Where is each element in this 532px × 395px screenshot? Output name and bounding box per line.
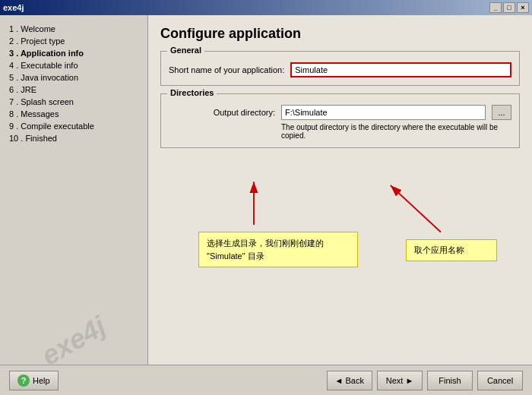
close-button[interactable]: ×	[517, 2, 529, 13]
sidebar: 1 . Welcome 2 . Project type 3 . Applica…	[0, 15, 148, 365]
titlebar-title: exe4j	[3, 3, 24, 12]
bottom-bar: ? Help ◄ Back Next ► Finish Cancel	[0, 365, 532, 395]
annotation-area: 选择生成目录，我们刚刚创建的"Simulate" 目录 取个应用名称	[160, 156, 520, 323]
cancel-label: Cancel	[487, 376, 513, 385]
short-name-row: Short name of your application:	[169, 62, 511, 77]
sidebar-item-messages[interactable]: 8 . Messages	[6, 108, 141, 120]
cancel-button[interactable]: Cancel	[477, 371, 523, 390]
browse-button[interactable]: ...	[492, 105, 511, 120]
sidebar-item-splash-screen[interactable]: 7 . Splash screen	[6, 96, 141, 108]
svg-line-2	[391, 185, 441, 232]
sidebar-item-jre[interactable]: 6 . JRE	[6, 84, 141, 96]
sidebar-item-compile[interactable]: 9 . Compile executable	[6, 120, 141, 132]
back-button[interactable]: ◄ Back	[327, 371, 372, 390]
sidebar-watermark: exe4j	[2, 290, 145, 365]
sidebar-item-welcome[interactable]: 1 . Welcome	[6, 23, 141, 35]
output-dir-row: Output directory: ...	[169, 105, 511, 120]
left-callout-text: 选择生成目录，我们刚刚创建的"Simulate" 目录	[207, 239, 324, 261]
titlebar-buttons[interactable]: _ □ ×	[489, 2, 529, 13]
short-name-input[interactable]	[290, 62, 511, 77]
output-dir-input[interactable]	[281, 105, 486, 120]
output-dir-hint: The output directory is the directory wh…	[281, 123, 511, 140]
bottom-left: ? Help	[9, 371, 59, 390]
right-callout-text: 取个应用名称	[414, 245, 464, 254]
sidebar-item-application-info[interactable]: 3 . Application info	[6, 47, 141, 59]
back-label: ◄ Back	[335, 376, 364, 385]
bottom-right: ◄ Back Next ► Finish Cancel	[327, 371, 523, 390]
general-group-label: General	[167, 46, 204, 55]
main-container: 1 . Welcome 2 . Project type 3 . Applica…	[0, 15, 532, 365]
page-title: Configure application	[160, 26, 520, 42]
titlebar: exe4j _ □ ×	[0, 0, 532, 15]
next-label: Next ►	[386, 376, 414, 385]
finish-button[interactable]: Finish	[427, 371, 473, 390]
short-name-label: Short name of your application:	[169, 65, 284, 74]
left-callout: 选择生成目录，我们刚刚创建的"Simulate" 目录	[198, 232, 358, 267]
directories-group: Directories Output directory: ... The ou…	[160, 93, 520, 148]
output-dir-label: Output directory:	[169, 108, 275, 117]
minimize-button[interactable]: _	[489, 2, 502, 13]
sidebar-item-project-type[interactable]: 2 . Project type	[6, 35, 141, 47]
right-callout: 取个应用名称	[406, 239, 497, 261]
sidebar-item-java-invocation[interactable]: 5 . Java invocation	[6, 71, 141, 84]
finish-label: Finish	[439, 376, 461, 385]
help-icon: ?	[17, 374, 30, 387]
sidebar-item-finished[interactable]: 10 . Finished	[6, 132, 141, 144]
next-button[interactable]: Next ►	[377, 371, 423, 390]
maximize-button[interactable]: □	[503, 2, 515, 13]
content-area: Configure application General Short name…	[148, 15, 532, 365]
help-button[interactable]: ? Help	[9, 371, 59, 390]
directories-group-label: Directories	[167, 88, 217, 97]
help-label: Help	[33, 376, 50, 385]
general-group: General Short name of your application:	[160, 51, 520, 86]
sidebar-item-executable-info[interactable]: 4 . Executable info	[6, 59, 141, 71]
